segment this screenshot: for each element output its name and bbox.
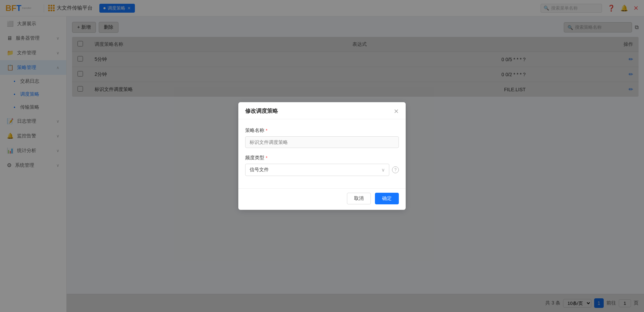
name-input[interactable]: [245, 136, 399, 148]
modal-close-button[interactable]: ✕: [394, 108, 399, 114]
form-item-freq: 频度类型 * 信号文件 ∨ ?: [245, 155, 399, 176]
modal-header: 修改调度策略 ✕: [238, 102, 406, 119]
form-item-name: 策略名称 *: [245, 127, 399, 148]
modal-body: 策略名称 * 频度类型 * 信号文件 ∨ ?: [238, 119, 406, 188]
help-circle-icon[interactable]: ?: [392, 166, 399, 173]
modal-title: 修改调度策略: [245, 108, 278, 115]
confirm-button[interactable]: 确定: [375, 193, 399, 204]
edit-modal: 修改调度策略 ✕ 策略名称 * 频度类型 * 信号文件 ∨: [238, 102, 406, 210]
freq-select[interactable]: 信号文件 ∨: [245, 164, 389, 176]
freq-value: 信号文件: [250, 167, 269, 173]
modal-footer: 取消 确定: [238, 188, 406, 210]
cancel-button[interactable]: 取消: [347, 193, 371, 204]
required-star: *: [266, 128, 267, 133]
freq-select-row: 信号文件 ∨ ?: [245, 164, 399, 176]
chevron-down-icon: ∨: [381, 167, 385, 173]
modal-overlay: 修改调度策略 ✕ 策略名称 * 频度类型 * 信号文件 ∨: [0, 0, 644, 312]
required-star: *: [266, 155, 267, 161]
form-label-name: 策略名称 *: [245, 127, 399, 134]
form-label-freq: 频度类型 *: [245, 155, 399, 161]
